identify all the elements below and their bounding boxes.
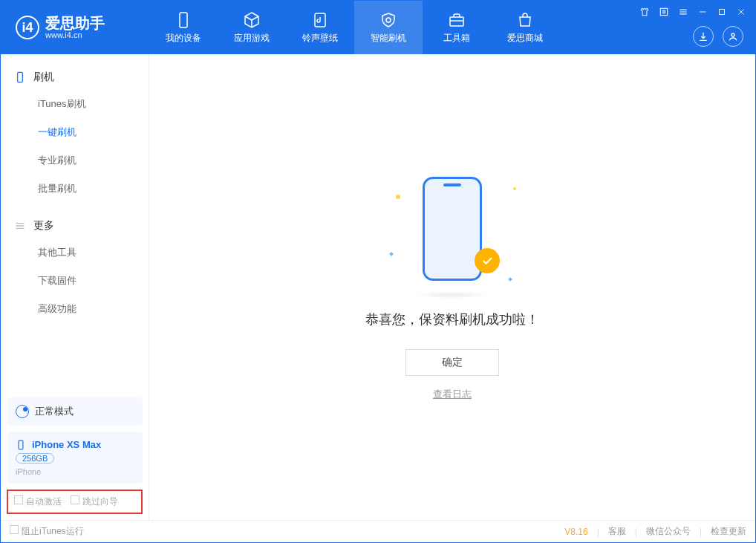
svg-rect-6 (18, 72, 23, 82)
checkbox-skip-guide[interactable]: 跳过向导 (71, 495, 118, 508)
sidebar-item-itunes-flash[interactable]: iTunes刷机 (38, 90, 149, 118)
device-type: iPhone (16, 467, 134, 476)
cube-icon (243, 11, 261, 29)
logo-area: i4 爱思助手 www.i4.cn (1, 16, 149, 39)
svg-rect-2 (450, 17, 463, 26)
device-icon (14, 71, 26, 83)
mode-label: 正常模式 (35, 405, 74, 418)
list-icon[interactable] (657, 5, 671, 19)
sidebar-item-pro-flash[interactable]: 专业刷机 (38, 146, 149, 175)
sidebar-item-other-tools[interactable]: 其他工具 (38, 238, 149, 267)
status-link-support[interactable]: 客服 (608, 525, 626, 538)
view-log-link[interactable]: 查看日志 (433, 388, 472, 401)
main-content: 恭喜您，保资料刷机成功啦！ 确定 查看日志 (149, 54, 755, 520)
sidebar-item-oneclick-flash[interactable]: 一键刷机 (38, 118, 149, 146)
options-highlight-box: 自动激活 跳过向导 (7, 490, 143, 514)
tshirt-icon[interactable] (638, 5, 651, 19)
bag-icon (516, 11, 534, 29)
nav-store[interactable]: 爱思商城 (491, 1, 559, 54)
close-button[interactable] (734, 5, 748, 19)
device-capacity: 256GB (16, 453, 54, 464)
app-title: 爱思助手 (45, 16, 105, 30)
device-name: iPhone XS Max (32, 439, 101, 450)
nav-toolbox[interactable]: 工具箱 (423, 1, 491, 54)
minimize-button[interactable] (696, 5, 709, 19)
music-icon (311, 11, 329, 29)
sidebar-item-batch-flash[interactable]: 批量刷机 (38, 175, 149, 203)
checkbox-block-itunes[interactable]: 阻止iTunes运行 (10, 525, 84, 538)
user-button[interactable] (723, 26, 743, 47)
logo-icon: i4 (16, 16, 39, 39)
check-badge-icon (475, 248, 500, 273)
version-label: V8.16 (564, 527, 587, 537)
ok-button[interactable]: 确定 (405, 349, 499, 376)
nav-tabs: 我的设备 应用游戏 铃声壁纸 智能刷机 工具箱 爱思商城 (149, 1, 559, 54)
sidebar-section-flash[interactable]: 刷机 (1, 65, 149, 90)
maximize-button[interactable] (715, 5, 729, 19)
nav-my-device[interactable]: 我的设备 (149, 1, 218, 54)
status-link-wechat[interactable]: 微信公众号 (646, 525, 691, 538)
list-icon (14, 220, 26, 232)
status-link-update[interactable]: 检查更新 (711, 525, 746, 538)
menu-icon[interactable] (677, 5, 690, 19)
nav-flash[interactable]: 智能刷机 (354, 1, 423, 54)
app-subtitle: www.i4.cn (45, 30, 105, 39)
svg-rect-4 (720, 10, 725, 15)
sidebar: 刷机 iTunes刷机 一键刷机 专业刷机 批量刷机 更多 其他工具 下载固件 … (1, 54, 149, 520)
sidebar-section-more[interactable]: 更多 (1, 213, 149, 238)
sidebar-item-advanced[interactable]: 高级功能 (38, 295, 149, 323)
refresh-shield-icon (379, 11, 397, 29)
download-button[interactable] (693, 26, 714, 47)
phone-small-icon (16, 440, 26, 450)
statusbar: 阻止iTunes运行 V8.16 | 客服 | 微信公众号 | 检查更新 (1, 520, 755, 542)
checkbox-auto-activate[interactable]: 自动激活 (14, 495, 62, 508)
header-actions (693, 26, 743, 47)
nav-apps[interactable]: 应用游戏 (218, 1, 286, 54)
nav-ringtones[interactable]: 铃声壁纸 (286, 1, 354, 54)
sidebar-item-download-firmware[interactable]: 下载固件 (38, 267, 149, 295)
success-illustration (408, 174, 497, 293)
svg-point-5 (731, 33, 734, 36)
app-header: i4 爱思助手 www.i4.cn 我的设备 应用游戏 铃声壁纸 智能刷机 工具… (1, 1, 755, 54)
toolbox-icon (448, 11, 466, 29)
window-controls (638, 5, 748, 19)
svg-rect-0 (180, 13, 187, 27)
device-card[interactable]: iPhone XS Max 256GB iPhone (7, 432, 143, 484)
success-message: 恭喜您，保资料刷机成功啦！ (365, 310, 539, 328)
mode-icon (16, 405, 29, 418)
phone-icon (175, 11, 192, 29)
mode-card[interactable]: 正常模式 (7, 397, 143, 426)
svg-rect-7 (19, 440, 23, 449)
